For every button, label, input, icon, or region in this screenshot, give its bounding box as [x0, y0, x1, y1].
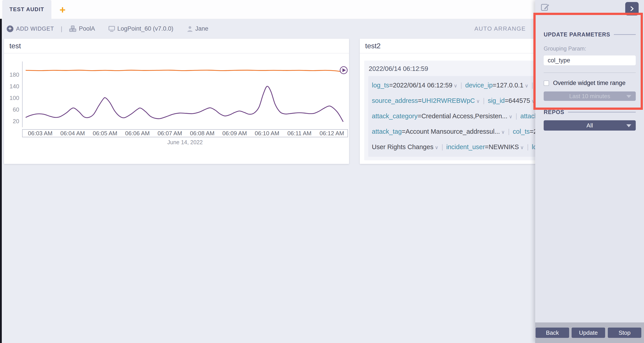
kv-key[interactable]: incident_user — [446, 143, 485, 150]
upper-flat-series — [26, 70, 345, 72]
time-range-value: Last 10 minutes — [569, 93, 610, 100]
collapse-sidebar-button[interactable] — [625, 2, 639, 16]
dashboard-toolbar: + ADD WIDGET | PoolA LogPoint_60 (v7.0.0… — [0, 19, 535, 39]
left-edge-strip — [0, 19, 2, 343]
tab-test-audit[interactable]: TEST AUDIT — [2, 0, 52, 19]
grouping-param-label: Grouping Param: — [544, 45, 636, 52]
update-parameters-section: UPDATE PARAMETERS Grouping Param: Overri… — [544, 31, 636, 131]
toolbar-separator: | — [61, 25, 62, 33]
divider — [544, 73, 636, 73]
section-rule — [614, 34, 636, 35]
kv-key[interactable]: attack_category — [372, 113, 418, 120]
kv-equals: = — [389, 82, 393, 89]
add-tab-button[interactable]: + — [58, 5, 68, 15]
kv-separator: | — [480, 97, 488, 104]
kv-key[interactable]: sig_id — [488, 97, 505, 104]
edit-icon[interactable] — [540, 3, 550, 12]
parameters-sidebar: UPDATE PARAMETERS Grouping Param: Overri… — [535, 0, 644, 343]
x-tick-label: 06:08 AM — [190, 130, 214, 137]
kv-value: 2022/06/14 06:12:59 — [393, 82, 452, 89]
kv-equals: = — [402, 128, 406, 135]
kv-value: User Rights Changes — [372, 143, 434, 150]
chevron-right-icon — [629, 6, 635, 12]
pool-label: PoolA — [79, 25, 95, 32]
kv-chevron-icon[interactable]: ∨ — [519, 145, 524, 150]
auto-arrange-button[interactable]: AUTO ARRANGE — [474, 19, 526, 39]
repos-title: REPOS — [544, 109, 564, 115]
time-range-select: Last 10 minutes — [544, 92, 636, 101]
kv-value: Credential Access,Persisten... — [422, 113, 508, 120]
stop-button[interactable]: Stop — [608, 327, 641, 338]
x-axis-label: June 14, 2022 — [167, 139, 203, 145]
add-widget-button[interactable]: + ADD WIDGET — [7, 26, 54, 32]
x-tick-label: 06:11 AM — [287, 130, 312, 137]
x-tick-label: 06:12 AM — [320, 130, 344, 137]
kv-chevron-icon[interactable]: ∨ — [452, 83, 457, 89]
kv-key[interactable]: source_address — [372, 97, 418, 104]
person-icon — [186, 25, 194, 33]
kv-value: 644575 — [508, 97, 530, 104]
y-tick-label: 180 — [10, 71, 19, 78]
kv-value: 127.0.0.1 — [496, 82, 524, 89]
device-label: LogPoint_60 (v7.0.0) — [117, 25, 174, 32]
update-button[interactable]: Update — [572, 327, 605, 338]
kv-chevron-icon[interactable]: ∨ — [530, 98, 535, 104]
kv-equals: = — [493, 82, 496, 89]
kv-key[interactable]: log_ts — [372, 82, 389, 89]
kv-key[interactable]: attack_tag — [372, 128, 402, 135]
kv-chevron-icon[interactable]: ∨ — [508, 114, 512, 119]
x-tick-label: 06:03 AM — [28, 130, 52, 137]
x-tick-label: 06:07 AM — [158, 130, 182, 137]
y-tick-label: 60 — [13, 106, 19, 113]
play-button[interactable] — [340, 67, 347, 74]
lower-wavy-series — [26, 86, 343, 122]
device-chip: LogPoint_60 (v7.0.0) — [108, 25, 174, 33]
tab-bar: TEST AUDIT + — [0, 0, 535, 19]
back-button[interactable]: Back — [536, 327, 569, 338]
user-chip: Jane — [186, 25, 208, 33]
kv-separator: | — [512, 113, 520, 120]
kv-value-link[interactable]: UHI2RWREBWpC — [422, 97, 475, 104]
y-tick-label: 20 — [13, 118, 19, 125]
user-label: Jane — [195, 25, 208, 32]
widget-test: test 180140100602006:03 AM06:04 AM06:05 … — [4, 39, 349, 164]
kv-value: Account Mansource_addressul... — [406, 128, 500, 135]
kv-chevron-icon[interactable]: ∨ — [475, 98, 480, 104]
repos-select[interactable]: All — [544, 120, 636, 131]
kv-chevron-icon[interactable]: ∨ — [434, 145, 438, 150]
x-tick-label: 06:09 AM — [222, 130, 247, 137]
kv-equals: = — [485, 143, 489, 150]
kv-key[interactable]: device_ip — [465, 82, 493, 89]
x-tick-label: 06:05 AM — [93, 130, 117, 137]
update-parameters-title: UPDATE PARAMETERS — [544, 31, 610, 38]
override-time-range-checkbox[interactable] — [544, 81, 549, 86]
caret-down-icon — [626, 95, 631, 98]
widget-test-title: test — [4, 39, 349, 54]
plus-circle-icon: + — [7, 26, 14, 32]
kv-chevron-icon[interactable]: ∨ — [524, 83, 528, 89]
pool-chip: PoolA — [69, 25, 95, 33]
caret-down-icon — [626, 124, 631, 127]
kv-separator: | — [438, 143, 446, 150]
kv-key[interactable]: col_ts — [513, 128, 530, 135]
add-widget-label: ADD WIDGET — [16, 26, 54, 32]
repos-value: All — [586, 122, 593, 129]
override-time-range-label: Override widget time range — [553, 80, 626, 87]
y-tick-label: 100 — [10, 95, 19, 101]
kv-separator: | — [505, 128, 513, 135]
sidebar-footer: Back Update Stop — [535, 322, 644, 343]
kv-equals: = — [418, 113, 422, 120]
line-chart[interactable]: 180140100602006:03 AM06:04 AM06:05 AM06:… — [4, 54, 349, 164]
x-tick-label: 06:10 AM — [255, 130, 279, 137]
y-tick-label: 140 — [10, 83, 19, 90]
x-tick-label: 06:06 AM — [125, 130, 150, 137]
grouping-param-input[interactable] — [544, 56, 636, 65]
stacked-cubes-icon — [69, 25, 77, 33]
kv-value: NEWNIKS — [489, 143, 519, 150]
kv-separator: | — [524, 143, 532, 150]
kv-equals: = — [530, 128, 534, 135]
monitor-icon — [108, 25, 116, 33]
kv-chevron-icon[interactable]: ∨ — [500, 129, 505, 135]
x-tick-label: 06:04 AM — [60, 130, 85, 137]
kv-separator: | — [458, 82, 466, 89]
